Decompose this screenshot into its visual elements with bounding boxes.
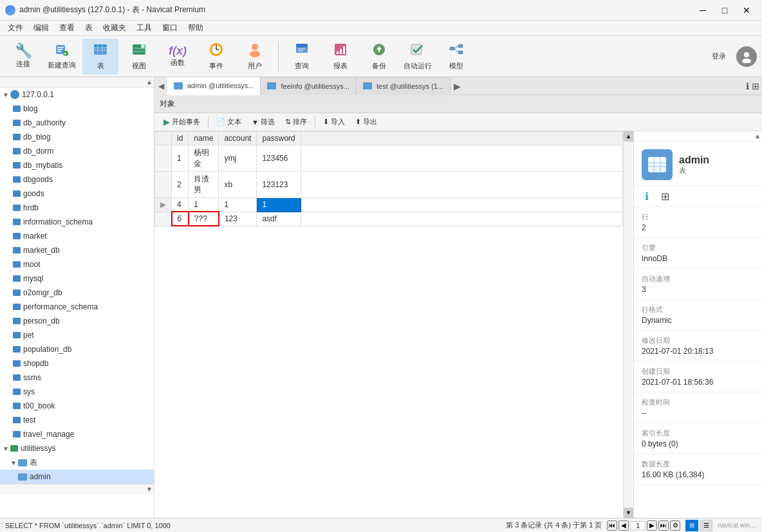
cell-password-4[interactable]: asdf (257, 212, 301, 226)
cell-password[interactable]: 123456 (257, 145, 301, 172)
menu-table[interactable]: 表 (80, 21, 98, 35)
nav-next[interactable]: ▶ (647, 520, 657, 531)
sidebar-db-shopdb[interactable]: shopdb (0, 356, 154, 371)
sidebar-db-travel_manage[interactable]: travel_manage (0, 427, 154, 441)
tab-feeinfo[interactable]: feeinfo @utilitiessys... (261, 77, 357, 95)
sidebar-db-goods[interactable]: goods (0, 187, 154, 201)
menu-edit[interactable]: 编辑 (28, 21, 54, 35)
sidebar-db-person_db[interactable]: person_db (0, 314, 154, 328)
cell-account-3[interactable]: 1 (219, 198, 257, 212)
sidebar-db-market_db[interactable]: market_db (0, 243, 154, 257)
info-scroll-up[interactable]: ▲ (754, 133, 761, 140)
function-button[interactable]: f(x) 函数 (160, 39, 196, 75)
sidebar-db-db_dorm[interactable]: db_dorm (0, 144, 154, 158)
menu-favorites[interactable]: 收藏夹 (98, 21, 131, 35)
sidebar-db-hrdb[interactable]: hrdb (0, 201, 154, 215)
cell-id[interactable]: 2 (172, 172, 189, 198)
minimize-button[interactable]: ─ (692, 3, 713, 18)
info-action-grid[interactable]: ⊞ (657, 188, 673, 204)
tab-admin[interactable]: admin @utilitiessys... (167, 77, 261, 95)
auto-run-button[interactable]: 自动运行 (400, 39, 436, 75)
cell-name-3[interactable]: 1 (189, 198, 219, 212)
sidebar-db-sys[interactable]: sys (0, 385, 154, 399)
form-view-button[interactable]: ☰ (700, 520, 712, 531)
close-button[interactable]: ✕ (736, 3, 757, 18)
sidebar-scroll-down[interactable]: ▼ (146, 486, 153, 493)
cell-name[interactable]: 肖渣男 (189, 172, 219, 198)
cell-name-4[interactable]: ??? (189, 212, 219, 226)
tab-nav-prev[interactable]: ◀ (154, 77, 167, 95)
sidebar-db-db_authority[interactable]: db_authority (0, 116, 154, 130)
nav-last[interactable]: ⏭ (658, 520, 669, 531)
cell-id-4[interactable]: 6 (172, 212, 189, 226)
cell-id[interactable]: 1 (172, 145, 189, 172)
cell-password-3-selected[interactable]: 1 (257, 198, 301, 212)
menu-help[interactable]: 帮助 (183, 21, 209, 35)
sidebar-db-t00_book[interactable]: t00_book (0, 399, 154, 413)
sidebar-db-information_schema[interactable]: information_schema (0, 215, 154, 229)
table-scrollbar[interactable]: ▲ ▼ (623, 131, 633, 518)
cell-password[interactable]: 123123 (257, 172, 301, 198)
sidebar-db-mysql[interactable]: mysql (0, 271, 154, 286)
user-avatar[interactable] (736, 46, 757, 67)
menu-file[interactable]: 文件 (3, 21, 28, 35)
menu-tools[interactable]: 工具 (131, 21, 157, 35)
report-button[interactable]: 报表 (322, 39, 358, 75)
sidebar-db-dbgoods[interactable]: dbgoods (0, 172, 154, 187)
sidebar-db-moot[interactable]: moot (0, 257, 154, 271)
sidebar-db-utilitiessys[interactable]: ▼ utilitiessys (0, 441, 154, 455)
sidebar-db-o2omgr_db[interactable]: o2omgr_db (0, 286, 154, 300)
view-button[interactable]: 视图 (121, 39, 157, 75)
col-header-name[interactable]: name (189, 132, 219, 145)
text-button[interactable]: 📄 文本 (212, 116, 245, 128)
table-button[interactable]: 表 (82, 39, 118, 75)
cell-account[interactable]: xb (219, 172, 257, 198)
cell-account[interactable]: ymj (219, 145, 257, 172)
tab-more-button[interactable]: ▶ (451, 77, 463, 95)
sidebar-scroll-up[interactable]: ▲ (146, 78, 153, 86)
sidebar-db-market[interactable]: market (0, 229, 154, 243)
import-button[interactable]: ⬇ 导入 (319, 116, 349, 128)
sidebar-db-db_mybatis[interactable]: db_mybatis (0, 158, 154, 172)
scroll-down[interactable]: ▼ (624, 508, 634, 518)
sidebar-db-population_db[interactable]: population_db (0, 342, 154, 356)
sort-button[interactable]: ⇅ 排序 (281, 116, 311, 128)
cell-id-3[interactable]: 4 (172, 198, 189, 212)
cell-account-4[interactable]: 123 (219, 212, 257, 226)
tab-grid-button[interactable]: ⊞ (752, 81, 759, 91)
col-header-account[interactable]: account (219, 132, 257, 145)
col-header-id[interactable]: id (172, 132, 189, 145)
cell-name[interactable]: 杨明金 (189, 145, 219, 172)
scroll-up[interactable]: ▲ (624, 131, 634, 142)
menu-window[interactable]: 窗口 (157, 21, 183, 35)
tab-info-button[interactable]: ℹ (746, 81, 749, 91)
nav-settings[interactable]: ⚙ (670, 520, 680, 531)
sidebar-table-admin[interactable]: admin (0, 470, 154, 484)
status-page-num[interactable]: 1 (630, 521, 646, 530)
login-button[interactable]: 登录 (707, 46, 731, 67)
tab-test[interactable]: test @utilitiessys (1... (357, 77, 451, 95)
event-button[interactable]: 事件 (198, 39, 234, 75)
sidebar-db-db_blog[interactable]: db_blog (0, 130, 154, 144)
model-button[interactable]: 模型 (438, 39, 474, 75)
info-action-info[interactable]: ℹ (639, 188, 655, 204)
user-button[interactable]: 用户 (237, 39, 273, 75)
new-query-button[interactable]: + 新建查询 (44, 39, 80, 75)
sidebar-db-pet[interactable]: pet (0, 328, 154, 342)
sidebar-root-127[interactable]: ▼ 127.0.0.1 (0, 87, 154, 102)
query-button[interactable]: 查询 (284, 39, 320, 75)
sidebar-db-blog[interactable]: blog (0, 102, 154, 116)
export-button[interactable]: ⬆ 导出 (351, 116, 381, 128)
nav-first[interactable]: ⏮ (607, 520, 617, 531)
sidebar-table-group[interactable]: ▼ 表 (0, 455, 154, 470)
col-header-password[interactable]: password (257, 132, 301, 145)
sidebar-db-performance_schema[interactable]: performance_schema (0, 300, 154, 314)
menu-view[interactable]: 查看 (54, 21, 80, 35)
connect-button[interactable]: 🔧 连接 (5, 39, 41, 75)
sidebar-db-test[interactable]: test (0, 413, 154, 427)
filter-button[interactable]: ▼ 筛选 (248, 116, 279, 128)
data-table-wrap[interactable]: id name account password 1 杨明金 (154, 131, 623, 518)
maximize-button[interactable]: □ (714, 3, 735, 18)
backup-button[interactable]: 备份 (361, 39, 397, 75)
nav-prev[interactable]: ◀ (618, 520, 629, 531)
